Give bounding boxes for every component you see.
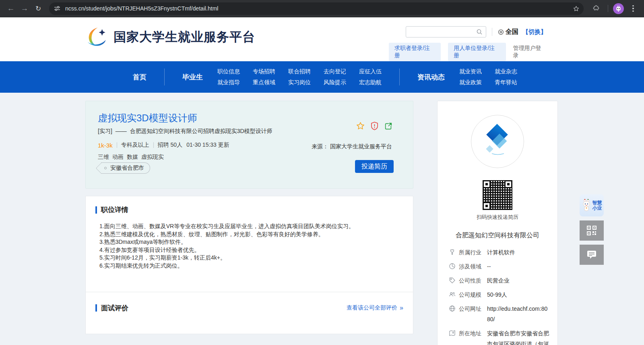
nav-item-employment-policy[interactable]: 就业政策 (459, 79, 482, 86)
company-fields: 所属行业 计算机软件 涉及领域 -- 公司性质 民营企业 (449, 247, 557, 345)
detail-section-title: 职位详情 (95, 205, 403, 214)
company-field-domain: 涉及领域 -- (449, 261, 557, 272)
admin-login-link[interactable]: 管理用户登录 (513, 45, 547, 59)
pie-chart-icon (449, 263, 456, 270)
job-action-icons (356, 121, 393, 131)
salary-range: 1k-3k (98, 142, 113, 149)
jobseeker-login-button[interactable]: 求职者登录/注册 (389, 43, 441, 61)
job-location-tag: 安徽省合肥市 (101, 162, 150, 174)
bookmark-star-icon[interactable] (573, 5, 580, 12)
employer-login-button[interactable]: 用人单位登录/注册 (448, 43, 506, 61)
qr-widget-button[interactable] (580, 220, 604, 241)
review-section-title: 面试评价 (95, 303, 128, 313)
location-selector[interactable]: 全国 (498, 28, 518, 36)
qr-caption: 扫码快速投递简历 (438, 214, 557, 221)
job-tags: 三维 动画 数媒 虚拟现实 (98, 154, 164, 161)
nav-divider (164, 69, 165, 85)
nav-item-internship[interactable]: 实习岗位 (288, 79, 311, 86)
header-divider (492, 28, 492, 36)
description-line: 1.面向三维、动画、数媒及VR等专业在校实习生及应届毕业生，进入虚拟仿真项目团队… (99, 222, 403, 231)
site-title: 国家大学生就业服务平台 (114, 29, 255, 46)
view-all-reviews-link[interactable]: 查看该公司全部评价 (347, 304, 403, 312)
apply-resume-button[interactable]: 投递简历 (355, 160, 394, 173)
meta-divider (117, 142, 117, 148)
company-field-address: 所在地址 安徽省合肥市安徽省合肥市包河区骆岗街道（包河经开区）质谷创 (449, 328, 557, 345)
back-icon[interactable]: ← (4, 2, 18, 15)
qr-widget-icon (586, 225, 597, 236)
nav-item-employment-news[interactable]: 就业资讯 (459, 68, 482, 75)
nav-item-youth-station[interactable]: 青年驿站 (495, 79, 517, 86)
logo-swoosh-icon (85, 26, 109, 48)
job-description: 1.面向三维、动画、数媒及VR等专业在校实习生及应届毕业生，进入虚拟仿真项目团队… (86, 214, 413, 270)
chat-bubble-icon (586, 250, 597, 260)
description-line: 6.实习期结束优先转为正式岗位。 (99, 262, 403, 270)
company-website-link[interactable]: http://edu.teachf.com:8080/ (487, 303, 550, 324)
nav-divider (399, 69, 400, 85)
nav-item-joint-recruit[interactable]: 联合招聘 (288, 68, 311, 75)
address-bar[interactable]: ncss.cn/student/jobs/NTRJEHAH5sZ3FnystnC… (49, 2, 584, 15)
page-content: 虚拟现实3D模型设计师 [实习] —— 合肥遥知幻空间科技有限公司招聘虚拟现实3… (85, 93, 559, 101)
description-line: 3.熟悉3Dmax或maya等制作软件。 (99, 238, 403, 246)
nav-item-employment-magazine[interactable]: 就业杂志 (495, 68, 517, 75)
map-pin-icon (449, 330, 456, 337)
reload-icon[interactable]: ↻ (31, 2, 45, 15)
updated-time: 01-30 15:33 更新 (186, 141, 229, 149)
meta-divider (153, 142, 154, 148)
nav-graduates[interactable]: 毕业生 (182, 73, 203, 82)
search-input[interactable] (409, 29, 476, 35)
education-requirement: 专科及以上 (121, 141, 149, 149)
extensions-icon[interactable] (589, 2, 603, 15)
feedback-chat-button[interactable] (580, 245, 604, 265)
site-header: 国家大学生就业服务平台 全国 【切换】 (0, 17, 644, 61)
view-all-text: 查看该公司全部评价 (347, 304, 397, 312)
nav-item-enlist[interactable]: 应征入伍 (359, 68, 382, 75)
search-icon[interactable] (476, 29, 483, 35)
job-tag: 数媒 (127, 154, 138, 161)
qr-finder-icon (483, 202, 491, 210)
nav-item-risk-alert[interactable]: 风险提示 (324, 79, 346, 86)
job-summary-card: 虚拟现实3D模型设计师 [实习] —— 合肥遥知幻空间科技有限公司招聘虚拟现实3… (85, 101, 413, 189)
nav-item-special-recruit[interactable]: 专场招聘 (253, 68, 275, 75)
menu-icon[interactable] (626, 5, 640, 12)
job-tag: 虚拟现实 (141, 154, 164, 161)
nav-group-news: 资讯动态 就业资讯 就业政策 就业杂志 青年驿站 (417, 68, 517, 86)
forward-icon[interactable]: → (18, 2, 31, 15)
job-subtitle-dash: —— (116, 128, 127, 135)
company-field-nature: 公司性质 民营企业 (449, 275, 557, 286)
report-shield-icon[interactable] (370, 121, 379, 131)
toolbar-right (589, 2, 640, 15)
nav-news[interactable]: 资讯动态 (417, 73, 445, 82)
company-logo (471, 115, 524, 168)
nav-item-hongzhi[interactable]: 宏志助航 (359, 79, 382, 86)
job-subtitle-text: 合肥遥知幻空间科技有限公司招聘虚拟现实3D模型设计师 (130, 128, 272, 135)
assistant-mascot-icon (582, 199, 591, 212)
people-icon (449, 291, 456, 298)
description-line: 5.实习时间6-12月，实习期薪资1-3k，转正后4k+。 (99, 254, 403, 262)
qr-finder-icon (504, 180, 512, 188)
company-logo-diamonds-icon (477, 121, 518, 162)
tag-hole-icon (104, 167, 107, 169)
share-icon[interactable] (384, 122, 393, 131)
job-source: 来源： 国家大学生就业服务平台 (312, 143, 392, 150)
url-text[interactable]: ncss.cn/student/jobs/NTRJEHAH5sZ3FnystnC… (65, 5, 570, 12)
industry-icon (449, 249, 456, 256)
company-field-industry: 所属行业 计算机软件 (449, 247, 557, 258)
switch-location-link[interactable]: 【切换】 (522, 28, 547, 36)
company-name: 合肥遥知幻空间科技有限公司 (438, 231, 557, 240)
nav-item-career-guide[interactable]: 就业指导 (217, 79, 240, 86)
smart-assistant-button[interactable]: 智慧 小业 (580, 194, 604, 216)
nav-home[interactable]: 首页 (133, 73, 147, 82)
site-logo[interactable]: 国家大学生就业服务平台 (85, 26, 255, 48)
globe-icon (449, 305, 456, 312)
site-settings-icon[interactable] (54, 5, 60, 12)
nav-item-job-info[interactable]: 职位信息 (217, 68, 240, 75)
company-field-website: 公司网址 http://edu.teachf.com:8080/ (449, 303, 557, 324)
job-meta-row: 1k-3k 专科及以上 招聘 50人 01-30 15:33 更新 (98, 141, 229, 149)
nav-item-destination-register[interactable]: 去向登记 (324, 68, 346, 75)
double-chevron-icon (400, 304, 403, 312)
nav-item-key-fields[interactable]: 重点领域 (253, 79, 275, 86)
header-search[interactable] (406, 26, 486, 37)
favorite-star-icon[interactable] (356, 121, 365, 131)
profile-avatar[interactable] (613, 3, 624, 14)
source-value: 国家大学生就业服务平台 (330, 143, 392, 150)
